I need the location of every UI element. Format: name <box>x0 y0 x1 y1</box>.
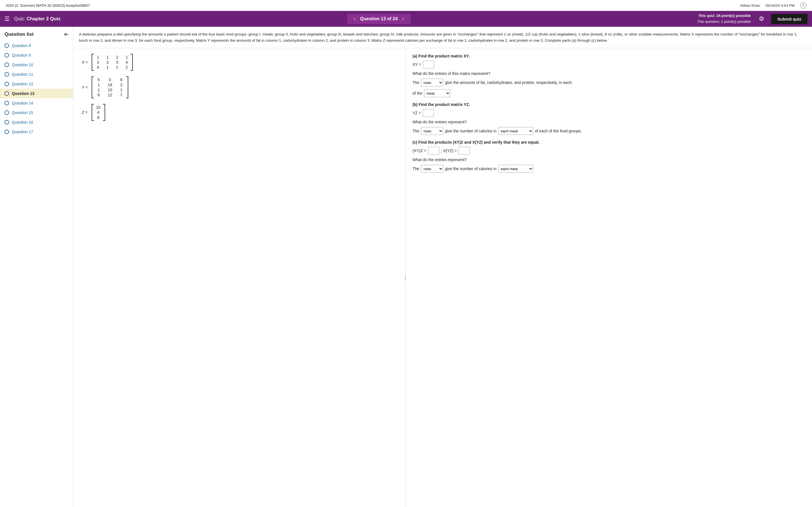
part-c-answer-row: The rows entries columns give the number… <box>412 165 805 173</box>
matrix-z: Z = 10 4 8 <box>82 104 105 121</box>
part-a-answer-row: The rows entries columns give the amount… <box>412 78 805 87</box>
resizer-handle[interactable] <box>404 273 407 283</box>
matrix-z-bracket: 10 4 8 <box>92 104 105 121</box>
matrix-x-bracket: 1 1 2 1 3 3 3 4 4 1 2 2 <box>92 54 133 71</box>
yz-label: YZ = <box>412 111 421 115</box>
matrix-y-label: Y = <box>82 85 88 90</box>
part-a: (a) Find the product matrix XY. XY = Wha… <box>412 54 805 97</box>
answers-panel: (a) Find the product matrix XY. XY = Wha… <box>406 48 812 507</box>
part-c-dropdown2[interactable]: each meal each food group each exchange <box>498 165 533 173</box>
matrix-x-label: X = <box>82 60 88 64</box>
sidebar-header: Question list ⇤ <box>0 31 73 41</box>
quiz-header: ☰ Quiz: Chapter 2 Quiz ‹ Question 13 of … <box>0 11 812 27</box>
part-c-text-mid1: give the number of calories in <box>445 166 497 171</box>
part-c-question: What do the entries represent? <box>412 158 805 162</box>
question-nav: ‹ Question 13 of 24 › <box>347 14 410 24</box>
user-name: Abbas Khan <box>740 3 760 8</box>
part-c-text-before1: The <box>412 166 419 171</box>
sidebar-item-q16[interactable]: Question 16 <box>0 117 73 127</box>
part-c-label: (c) Find the products (XY)Z and X(YZ) an… <box>412 140 805 145</box>
part-b-dropdown1[interactable]: rows entries columns <box>421 127 443 135</box>
q15-circle <box>4 110 9 115</box>
part-b-text-before1: The <box>412 129 419 133</box>
part-a-answer-row2: of the meal food group exchange <box>412 89 805 97</box>
part-c-dropdown1[interactable]: rows entries columns <box>421 165 443 173</box>
sidebar-item-q13[interactable]: Question 13 <box>0 89 73 98</box>
menu-icon[interactable]: ☰ <box>4 15 10 22</box>
course-title: 2024 (2: Summer) MATH 20 (50423) kostyrk… <box>6 3 90 8</box>
q11-circle <box>4 72 9 76</box>
yz-input[interactable] <box>423 109 434 117</box>
part-c-question-text: What do the entries represent? <box>412 158 467 162</box>
xyz-label2: ; X(YZ) = <box>441 149 457 153</box>
question-body: X = 1 1 2 1 3 3 3 4 4 1 <box>73 48 812 507</box>
question-text: A dietician prepares a diet specifying t… <box>73 27 812 48</box>
matrix-z-label: Z = <box>82 110 88 115</box>
matrix-y: Y = 5 0 8 1 18 3 1 10 1 <box>82 76 128 98</box>
prev-question-button[interactable]: ‹ <box>353 16 357 22</box>
part-b-label: (b) Find the product matrix YZ. <box>412 102 805 107</box>
part-a-label: (a) Find the product matrix XY. <box>412 54 805 58</box>
matrix-panel: X = 1 1 2 1 3 3 3 4 4 1 <box>73 48 406 507</box>
sidebar-item-q14[interactable]: Question 14 <box>0 98 73 108</box>
q9-circle <box>4 53 9 57</box>
sidebar-collapse-button[interactable]: ⇤ <box>64 31 68 38</box>
sidebar-item-q17[interactable]: Question 17 <box>0 127 73 136</box>
xy-label: XY = <box>412 62 421 67</box>
part-a-dropdown2[interactable]: meal food group exchange <box>424 89 450 97</box>
q13-circle <box>4 91 9 96</box>
part-a-text-before2: of the <box>412 91 422 96</box>
part-c: (c) Find the products (XY)Z and X(YZ) an… <box>412 140 805 173</box>
q17-circle <box>4 129 9 134</box>
xy-answer-row: XY = <box>412 61 805 68</box>
q8-circle <box>4 43 9 48</box>
part-b-text-mid1: give the number of calories in <box>445 129 497 133</box>
main-layout: Question list ⇤ Question 8 Question 9 Qu… <box>0 27 812 507</box>
sidebar-item-q12[interactable]: Question 12 <box>0 79 73 89</box>
settings-icon[interactable]: ⚙ <box>759 15 764 22</box>
date-time: 06/16/24 4:54 PM <box>765 3 795 8</box>
q14-circle <box>4 101 9 105</box>
part-b-answer-row: The rows entries columns give the number… <box>412 127 805 135</box>
yz-answer-row: YZ = <box>412 109 805 117</box>
matrix-y-bracket: 5 0 8 1 18 3 1 10 1 6 12 7 <box>92 76 128 98</box>
sidebar-item-q8[interactable]: Question 8 <box>0 41 73 50</box>
part-a-question-text: What do the entries of this matrix repre… <box>412 71 490 76</box>
sidebar-item-q9[interactable]: Question 9 <box>0 50 73 60</box>
sidebar: Question list ⇤ Question 8 Question 9 Qu… <box>0 27 73 507</box>
part-b-text-after1: of each of the food groups. <box>535 129 582 133</box>
next-question-button[interactable]: › <box>401 16 405 22</box>
sidebar-item-q15[interactable]: Question 15 <box>0 108 73 117</box>
quiz-info: This quiz: 24 point(s) possible This que… <box>697 13 751 25</box>
xy-input[interactable] <box>423 61 434 68</box>
q10-circle <box>4 62 9 67</box>
part-a-dropdown1[interactable]: rows entries columns <box>421 78 443 87</box>
q16-circle <box>4 120 9 124</box>
xyz2-input[interactable] <box>458 147 470 155</box>
part-a-text-mid1: give the amounts of fat, carbohydrates, … <box>445 80 572 85</box>
quiz-title: Quiz: Chapter 2 Quiz <box>14 16 60 22</box>
content-area: A dietician prepares a diet specifying t… <box>73 27 812 507</box>
help-icon[interactable]: ? <box>800 2 806 8</box>
part-b-dropdown2[interactable]: each meal each food group each exchange <box>498 127 533 135</box>
sidebar-item-q10[interactable]: Question 10 <box>0 60 73 69</box>
part-b-question: What do the entries represent? <box>412 120 805 124</box>
part-a-question: What do the entries of this matrix repre… <box>412 71 805 76</box>
part-b: (b) Find the product matrix YZ. YZ = Wha… <box>412 102 805 135</box>
xyz-label1: (XY)Z = <box>412 149 426 153</box>
xyz1-input[interactable] <box>428 147 439 155</box>
q12-circle <box>4 82 9 86</box>
matrix-x: X = 1 1 2 1 3 3 3 4 4 1 <box>82 54 133 71</box>
xyz-answer-row: (XY)Z = ; X(YZ) = <box>412 147 805 155</box>
top-bar: 2024 (2: Summer) MATH 20 (50423) kostyrk… <box>0 0 812 11</box>
part-b-question-text: What do the entries represent? <box>412 120 467 124</box>
part-a-text-before1: The <box>412 80 419 85</box>
sidebar-item-q11[interactable]: Question 11 <box>0 69 73 79</box>
sidebar-title: Question list <box>4 32 34 37</box>
submit-quiz-button[interactable]: Submit quiz <box>771 14 808 24</box>
question-counter: Question 13 of 24 <box>360 16 398 21</box>
